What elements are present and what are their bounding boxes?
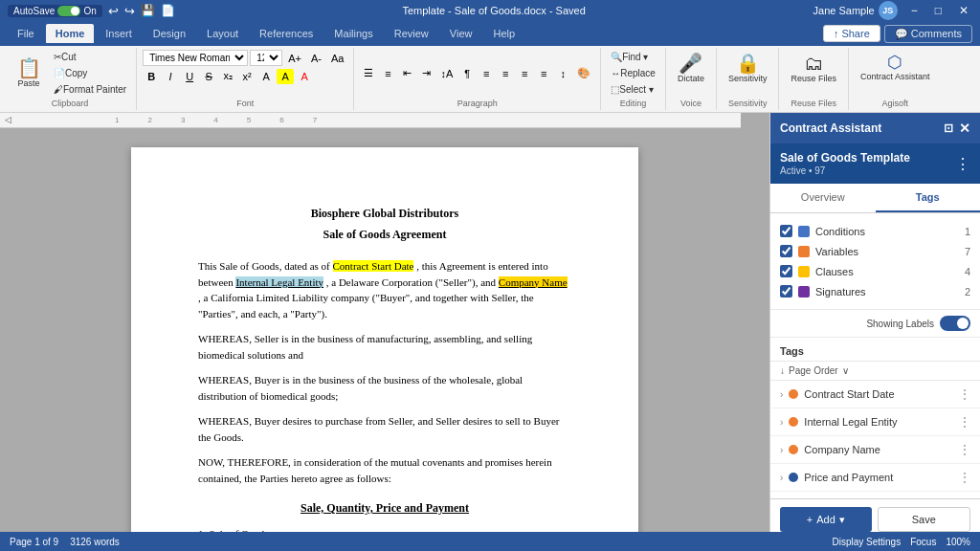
- tag-menu-contract-start-date[interactable]: ⋮: [959, 387, 970, 401]
- signatures-checkbox[interactable]: [780, 285, 792, 298]
- reuse-files-button[interactable]: 🗂 Reuse Files: [785, 50, 842, 87]
- sort-button[interactable]: ↕A: [436, 66, 457, 81]
- tag-item-price-and-payment[interactable]: › Price and Payment ⋮: [770, 464, 980, 492]
- cut-button[interactable]: ✂ Cut: [50, 50, 130, 64]
- show-para-button[interactable]: ¶: [458, 66, 476, 81]
- highlight-color-button[interactable]: A: [277, 69, 294, 84]
- superscript-button[interactable]: x²: [238, 69, 256, 84]
- tab-mailings[interactable]: Mailings: [324, 24, 382, 43]
- shading-button[interactable]: 🎨: [573, 65, 594, 81]
- font-label: Font: [143, 97, 347, 108]
- tab-file[interactable]: File: [8, 24, 44, 43]
- tab-references[interactable]: References: [250, 24, 323, 43]
- maximize-button[interactable]: □: [931, 4, 946, 17]
- redo-icon[interactable]: ↪: [124, 4, 135, 18]
- tab-help[interactable]: Help: [483, 24, 524, 43]
- text-effects-button[interactable]: A: [257, 69, 275, 84]
- share-button[interactable]: ↑ Share: [823, 25, 880, 42]
- document-scroll[interactable]: Biosphere Global Distributors Sale of Go…: [0, 128, 769, 540]
- subscript-button[interactable]: x₂: [219, 68, 236, 84]
- showing-labels-toggle[interactable]: [940, 316, 970, 331]
- panel-tab-overview[interactable]: Overview: [770, 184, 876, 212]
- autosave-toggle[interactable]: [57, 6, 80, 16]
- tag-chevron-icon-3: ›: [780, 445, 783, 455]
- paste-button[interactable]: 📋 Paste: [10, 55, 48, 92]
- main-area: ◁ 1 2 3 4 5 6 7 Biosphere Global Distrib…: [0, 113, 980, 540]
- user-avatar[interactable]: JS: [879, 1, 898, 20]
- showing-labels-row: Showing Labels: [770, 310, 980, 338]
- word-count: 3126 words: [70, 537, 120, 547]
- change-case-button[interactable]: Aa: [327, 51, 347, 66]
- clauses-color-dot: [798, 266, 810, 277]
- template-menu-button[interactable]: ⋮: [955, 155, 970, 173]
- italic-button[interactable]: I: [162, 69, 179, 84]
- clauses-checkbox[interactable]: [780, 265, 792, 277]
- add-button[interactable]: + Add ▾: [780, 507, 872, 532]
- align-left-button[interactable]: ≡: [478, 66, 495, 81]
- contract-assistant-button[interactable]: ⬡ Contract Assistant: [855, 50, 936, 85]
- strikethrough-button[interactable]: S: [200, 69, 217, 84]
- tag-name-company-name: Company Name: [804, 444, 953, 455]
- comments-icon: 💬: [895, 28, 908, 39]
- clipboard-group: 📋 Paste ✂ Cut 📄 Copy 🖌 Format Painter Cl…: [4, 48, 137, 110]
- tab-home[interactable]: Home: [46, 24, 95, 43]
- indent-dec-button[interactable]: ⇤: [398, 65, 415, 81]
- window-close-button[interactable]: ✕: [955, 4, 972, 17]
- comments-button[interactable]: 💬 Comments: [884, 25, 972, 43]
- tag-item-contract-start-date[interactable]: › Contract Start Date ⋮: [770, 381, 980, 408]
- font-name-select[interactable]: Times New Roman: [143, 50, 248, 66]
- tag-item-internal-legal-entity[interactable]: › Internal Legal Entity ⋮: [770, 408, 980, 436]
- underline-button[interactable]: U: [181, 69, 198, 84]
- save-button[interactable]: Save: [878, 507, 971, 532]
- variables-checkbox[interactable]: [780, 245, 792, 257]
- focus-button[interactable]: Focus: [910, 537, 936, 547]
- copy-button[interactable]: 📄 Copy: [50, 66, 130, 80]
- bold-button[interactable]: B: [143, 69, 160, 84]
- align-right-button[interactable]: ≡: [516, 66, 533, 81]
- tab-layout[interactable]: Layout: [197, 24, 248, 43]
- justify-button[interactable]: ≡: [535, 66, 552, 81]
- font-size-select[interactable]: 12: [250, 50, 282, 66]
- tag-menu-internal-legal-entity[interactable]: ⋮: [959, 415, 970, 429]
- minimize-button[interactable]: −: [907, 4, 922, 17]
- find-button[interactable]: 🔍 Find ▾: [607, 50, 652, 64]
- font-controls: Times New Roman 12 A+ A- Aa B I U S x₂ x…: [143, 50, 347, 84]
- panel-tab-tags[interactable]: Tags: [876, 184, 981, 212]
- font-shrink-button[interactable]: A-: [307, 51, 325, 66]
- tab-insert[interactable]: Insert: [96, 24, 142, 43]
- tag-menu-company-name[interactable]: ⋮: [959, 443, 970, 456]
- display-settings-button[interactable]: Display Settings: [832, 537, 901, 547]
- font-grow-button[interactable]: A+: [284, 51, 305, 66]
- replace-button[interactable]: ↔ Replace: [607, 66, 659, 80]
- chevron-down-icon: ∨: [842, 365, 849, 376]
- tag-menu-price-and-payment[interactable]: ⋮: [959, 471, 970, 484]
- tab-review[interactable]: Review: [385, 24, 438, 43]
- align-center-button[interactable]: ≡: [497, 66, 514, 81]
- bullets-button[interactable]: ☰: [360, 65, 377, 81]
- indent-inc-button[interactable]: ⇥: [417, 65, 434, 81]
- numbering-button[interactable]: ≡: [379, 66, 396, 81]
- conditions-label: Conditions: [815, 226, 959, 237]
- panel-expand-icon[interactable]: ⊡: [944, 121, 953, 135]
- tag-item-company-name[interactable]: › Company Name ⋮: [770, 436, 980, 464]
- paste-icon: 📋: [17, 58, 41, 77]
- select-button[interactable]: ⬚ Select ▾: [607, 82, 657, 97]
- copy-icon: 📄: [54, 68, 65, 78]
- tags-order-row[interactable]: ↓ Page Order ∨: [770, 362, 980, 381]
- format-painter-button[interactable]: 🖌 Format Painter: [50, 82, 130, 97]
- font-color-button[interactable]: A: [296, 69, 313, 84]
- tab-view[interactable]: View: [440, 24, 482, 43]
- title-bar: AutoSave On ↩ ↪ 💾 📄 Template - Sale of G…: [0, 0, 980, 21]
- autosave-badge[interactable]: AutoSave On: [8, 5, 102, 17]
- conditions-checkbox[interactable]: [780, 225, 792, 237]
- tag-name-internal-legal-entity: Internal Legal Entity: [804, 416, 953, 428]
- undo-icon[interactable]: ↩: [108, 4, 119, 18]
- sensitivity-button[interactable]: 🔒 Sensitivity: [723, 50, 773, 87]
- tab-design[interactable]: Design: [144, 24, 195, 43]
- dictate-button[interactable]: 🎤 Dictate: [672, 50, 710, 87]
- panel-content: Conditions 1 Variables 7 Clauses 4: [770, 213, 980, 498]
- line-spacing-button[interactable]: ↕: [554, 66, 571, 81]
- panel-close-button[interactable]: ✕: [959, 121, 970, 136]
- ribbon-tabs: File Home Insert Design Layout Reference…: [0, 21, 980, 46]
- save-icon[interactable]: 💾: [141, 4, 155, 17]
